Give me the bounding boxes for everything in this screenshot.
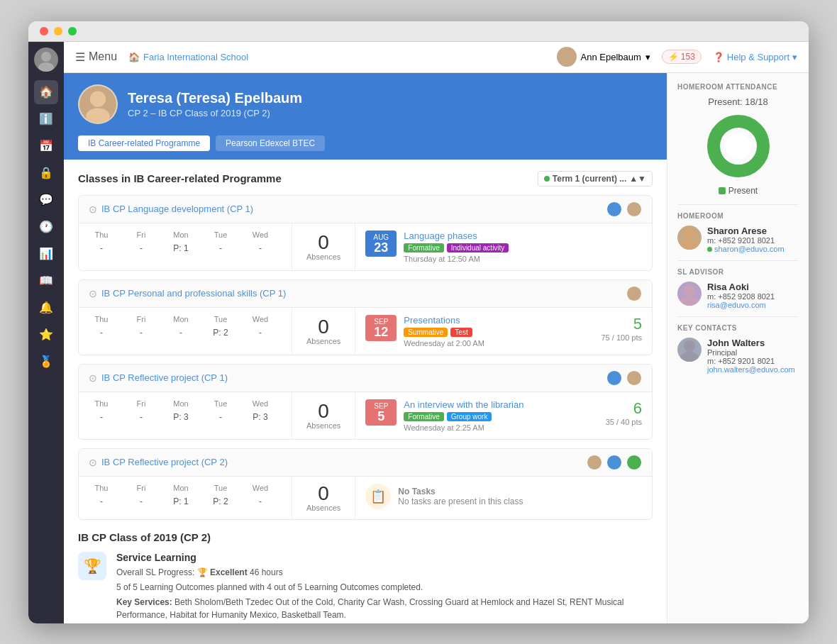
- svg-point-7: [726, 133, 751, 159]
- tab-ib-career[interactable]: IB Career-related Programme: [78, 135, 210, 151]
- key-contact-phone: m: +852 9201 8021: [707, 357, 795, 365]
- svg-point-0: [41, 52, 51, 62]
- task-badges-2: Summative Test: [404, 328, 587, 337]
- top-nav-right: Ann Epelbaum ▾ ⚡ 153 ❓ Help & Support ▾: [557, 47, 797, 67]
- content-body: Classes in IB Career-related Programme T…: [64, 160, 667, 623]
- sidebar-user-avatar[interactable]: [34, 48, 58, 72]
- homeroom-email: sharon@eduvo.com: [707, 245, 785, 253]
- menu-icon: ☰: [75, 50, 85, 64]
- points-badge[interactable]: ⚡ 153: [662, 50, 702, 64]
- key-contact-email: john.walters@eduvo.com: [707, 365, 795, 374]
- school-name: Faria International School: [143, 52, 248, 62]
- minimize-dot[interactable]: [54, 27, 62, 35]
- sidebar-item-chart[interactable]: 📊: [34, 242, 58, 266]
- service-learning-section: 🏆 Service Learning Overall SL Progress: …: [78, 552, 653, 623]
- sl-advisor-name: Risa Aoki: [707, 282, 775, 292]
- task-badges-3: Formative Group work: [404, 412, 591, 421]
- class-icon: ⊙: [89, 204, 97, 215]
- class-3-absences: 0 Absences: [292, 392, 355, 439]
- avatar-7: [606, 455, 622, 470]
- sl-advisor-phone: m: +852 9208 8021: [707, 292, 775, 301]
- sidebar-item-chat[interactable]: 💬: [34, 188, 58, 212]
- user-dropdown-icon: ▾: [645, 52, 650, 62]
- programme-tabs: IB Career-related Programme Pearson Edex…: [64, 135, 667, 160]
- class-4-avatars: [587, 455, 642, 470]
- class-card-1-body: Thu Fri Mon Tue Wed - -: [79, 223, 652, 270]
- homeroom-phone: m: +852 9201 8021: [707, 236, 785, 245]
- class-card-3: ⊙ IB CP Reflective project (CP 1): [78, 364, 653, 440]
- task-badges-1: Formative Individual activity: [404, 243, 642, 252]
- task-score-3: 6 35 / 40 pts: [599, 399, 642, 426]
- no-tasks-icon: 📋: [365, 484, 391, 509]
- main-area: ☰ Menu 🏠 Faria International School Ann …: [64, 42, 809, 623]
- present-count: Present: 18/18: [677, 96, 799, 107]
- sidebar-item-book[interactable]: 📖: [34, 269, 58, 293]
- class-1-absences: 0 Absences: [292, 223, 355, 270]
- sl-advisor-title: SL ADVISOR: [677, 268, 799, 276]
- task-name-2[interactable]: Presentations: [404, 315, 587, 326]
- sl-title: Service Learning: [116, 552, 653, 563]
- school-link[interactable]: 🏠 Faria International School: [128, 52, 248, 62]
- homeroom-section-title: HOMEROOM: [677, 212, 799, 220]
- sidebar-item-bell[interactable]: 🔔: [34, 296, 58, 320]
- class-card-2-header: ⊙ IB CP Personal and professional skills…: [79, 280, 652, 308]
- svg-point-9: [680, 240, 699, 250]
- sidebar-item-clock[interactable]: 🕐: [34, 215, 58, 239]
- svg-point-2: [562, 50, 571, 58]
- sidebar-item-home[interactable]: 🏠: [34, 80, 58, 104]
- task-name-1[interactable]: Language phases: [404, 231, 642, 241]
- task-time-1: Thursday at 12:50 AM: [404, 255, 642, 263]
- menu-button[interactable]: ☰ Menu: [75, 50, 117, 64]
- class-1-task: AUG 23 Language phases Formative Individ…: [355, 223, 652, 270]
- class-card-4: ⊙ IB CP Reflective project (CP 2): [78, 448, 653, 520]
- class-4-task: 📋 No Tasks No tasks are present in this …: [355, 477, 652, 519]
- maximize-dot[interactable]: [68, 27, 77, 35]
- class-card-2-body: Thu Fri Mon Tue Wed - -: [79, 308, 652, 355]
- task-item-3: SEP 5 An interview with the librarian Fo…: [365, 399, 642, 432]
- top-nav: ☰ Menu 🏠 Faria International School Ann …: [64, 42, 809, 73]
- key-contact-role: Principal: [707, 348, 795, 357]
- badge-individual-1: Individual activity: [447, 243, 509, 252]
- sidebar-item-calendar[interactable]: 📅: [34, 134, 58, 158]
- task-score-2: 5 75 / 100 pts: [594, 315, 643, 342]
- svg-point-4: [90, 91, 106, 106]
- task-name-3[interactable]: An interview with the librarian: [404, 399, 591, 410]
- class-2-avatars: [626, 286, 642, 301]
- home-icon: 🏠: [128, 52, 140, 62]
- sidebar-item-badge[interactable]: 🏅: [34, 350, 58, 374]
- key-contact-info: John Walters Principal m: +852 9201 8021…: [707, 338, 795, 374]
- homeroom-name: Sharon Arese: [707, 226, 785, 236]
- sidebar-item-star[interactable]: ⭐: [34, 323, 58, 347]
- task-date-1: AUG 23: [365, 231, 397, 257]
- homeroom-person-info: Sharon Arese m: +852 9201 8021 sharon@ed…: [707, 226, 785, 253]
- close-dot[interactable]: [40, 27, 48, 35]
- class-4-name: ⊙ IB CP Reflective project (CP 2): [89, 457, 228, 468]
- homeroom-person: Sharon Arese m: +852 9201 8021 sharon@ed…: [677, 226, 799, 253]
- class-card-1-header: ⊙ IB CP Language development (CP 1): [79, 196, 652, 223]
- attendance-section-title: HOMEROOM ATTENDANCE: [677, 83, 799, 91]
- task-details-2: Presentations Summative Test Wednesday a…: [404, 315, 587, 348]
- help-icon: ❓: [713, 52, 724, 62]
- class-card-1: ⊙ IB CP Language development (CP 1): [78, 195, 653, 271]
- svg-point-11: [680, 296, 699, 306]
- task-date-2: SEP 12: [365, 315, 397, 341]
- term-selector[interactable]: Term 1 (current) ... ▲▼: [538, 171, 653, 187]
- badge-formative-3: Formative: [404, 412, 443, 421]
- tab-pearson[interactable]: Pearson Edexcel BTEC: [216, 135, 325, 151]
- badge-summative-2: Summative: [404, 328, 448, 337]
- student-content: Teresa (Teresa) Epelbaum CP 2 – IB CP Cl…: [64, 73, 667, 623]
- class-2-absences: 0 Absences: [292, 308, 355, 355]
- sidebar-item-lock[interactable]: 🔒: [34, 161, 58, 185]
- class-2-name: ⊙ IB CP Personal and professional skills…: [89, 288, 286, 299]
- app-container: 🏠 ℹ️ 📅 🔒 💬 🕐 📊 📖 🔔 ⭐ 🏅 ☰ Menu: [28, 42, 809, 623]
- svg-point-3: [560, 60, 573, 67]
- term-chevron: ▲▼: [629, 174, 646, 184]
- points-icon: ⚡: [668, 52, 679, 62]
- help-link[interactable]: ❓ Help & Support ▾: [713, 52, 797, 62]
- user-info[interactable]: Ann Epelbaum ▾: [557, 47, 650, 67]
- top-nav-left: ☰ Menu 🏠 Faria International School: [75, 50, 248, 64]
- present-dot: [719, 187, 726, 194]
- class-3-task: SEP 5 An interview with the librarian Fo…: [355, 392, 652, 439]
- term-label: Term 1 (current) ...: [553, 174, 626, 184]
- sidebar-item-info[interactable]: ℹ️: [34, 107, 58, 131]
